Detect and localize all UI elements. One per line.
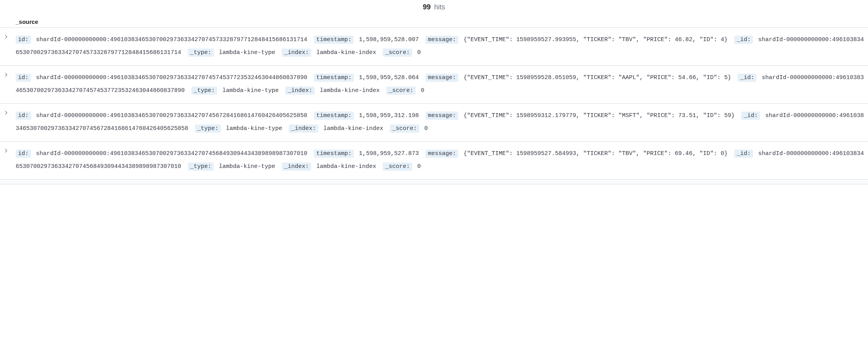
field-value: lambda-kine-index (316, 163, 376, 170)
column-header-source[interactable]: _source (0, 16, 868, 28)
field-value: lambda-kine-type (222, 87, 279, 94)
table-row: id: shardId-000000000000:496103834653070… (0, 28, 868, 66)
field-value: {"EVENT_TIME": 1598959527.584993, "TICKE… (463, 150, 728, 157)
field-name: _id: (741, 112, 760, 120)
field-name: _index: (282, 49, 311, 57)
table-row: id: shardId-000000000000:496103834653070… (0, 66, 868, 104)
field-name: _id: (734, 36, 753, 44)
field-name: id: (16, 112, 31, 120)
results-table: _source id: shardId-000000000000:4961038… (0, 16, 868, 184)
field-name: message: (425, 74, 458, 82)
field-value: 1,598,959,528.064 (359, 74, 419, 81)
field-name: _type: (188, 49, 214, 57)
field-name: _score: (390, 124, 419, 133)
field-value: 0 (417, 49, 421, 56)
source-cell: id: shardId-000000000000:496103834653070… (13, 33, 864, 59)
chevron-right-icon (4, 72, 9, 78)
expand-row-toggle[interactable] (0, 147, 13, 153)
source-cell: id: shardId-000000000000:496103834653070… (13, 71, 864, 97)
field-value: lambda-kine-index (316, 49, 376, 56)
expand-row-toggle[interactable] (0, 109, 13, 115)
field-name: timestamp: (314, 112, 354, 120)
field-name: _score: (383, 162, 412, 171)
field-name: _id: (738, 74, 756, 82)
field-name: _id: (734, 150, 753, 158)
field-name: message: (425, 150, 458, 158)
field-value: 1,598,959,527.873 (359, 150, 419, 157)
field-name: timestamp: (314, 36, 354, 44)
field-name: _index: (282, 162, 311, 171)
field-name: message: (425, 36, 458, 44)
field-value: lambda-kine-type (226, 125, 282, 132)
table-row: id: shardId-000000000000:496103834653070… (0, 142, 868, 180)
chevron-right-icon (4, 110, 9, 115)
hits-header: 99 hits (0, 0, 868, 16)
field-value: 1,598,959,528.007 (359, 36, 419, 43)
field-value: 1,598,959,312.198 (359, 112, 419, 119)
field-value: shardId-000000000000:4961038346530700297… (36, 112, 307, 119)
field-name: message: (425, 112, 458, 120)
field-name: _type: (191, 87, 217, 95)
field-name: _score: (383, 49, 412, 57)
source-cell: id: shardId-000000000000:496103834653070… (13, 147, 864, 173)
field-value: {"EVENT_TIME": 1598959527.993955, "TICKE… (463, 36, 728, 43)
hits-label: hits (434, 3, 445, 11)
field-name: id: (16, 36, 31, 44)
field-value: {"EVENT_TIME": 1598959312.179779, "TICKE… (463, 112, 735, 119)
field-name: _index: (285, 87, 315, 95)
field-value: lambda-kine-type (219, 163, 275, 170)
field-value: lambda-kine-type (219, 49, 275, 56)
field-name: _index: (289, 124, 318, 133)
source-cell: id: shardId-000000000000:496103834653070… (13, 109, 864, 135)
field-value: shardId-000000000000:4961038346530700297… (36, 150, 307, 157)
field-value: 0 (424, 125, 428, 132)
field-name: timestamp: (314, 74, 354, 82)
field-value: 0 (417, 163, 421, 170)
field-value: 0 (421, 87, 424, 94)
field-value: shardId-000000000000:4961038346530700297… (36, 74, 307, 81)
expand-row-toggle[interactable] (0, 71, 13, 78)
field-name: _score: (386, 87, 416, 95)
expand-row-toggle[interactable] (0, 33, 13, 40)
chevron-right-icon (4, 148, 9, 153)
field-value: lambda-kine-index (320, 87, 380, 94)
field-name: _type: (195, 124, 221, 133)
field-name: id: (16, 74, 31, 82)
chevron-right-icon (4, 34, 9, 40)
field-value: lambda-kine-index (323, 125, 383, 132)
field-name: timestamp: (314, 150, 354, 158)
field-value: {"EVENT_TIME": 1598959528.051059, "TICKE… (463, 74, 731, 81)
hits-count: 99 (423, 3, 430, 11)
field-name: id: (16, 150, 31, 158)
table-row: id: shardId-000000000000:496103834653070… (0, 104, 868, 142)
field-name: _type: (188, 162, 214, 171)
field-value: shardId-000000000000:4961038346530700297… (36, 36, 307, 43)
bottom-spacer (0, 180, 868, 184)
